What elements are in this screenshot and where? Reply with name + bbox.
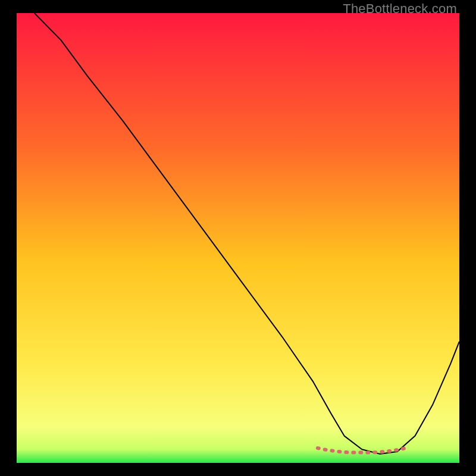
chart-svg bbox=[17, 13, 459, 463]
chart-frame bbox=[17, 13, 459, 463]
chart-background bbox=[17, 13, 459, 463]
